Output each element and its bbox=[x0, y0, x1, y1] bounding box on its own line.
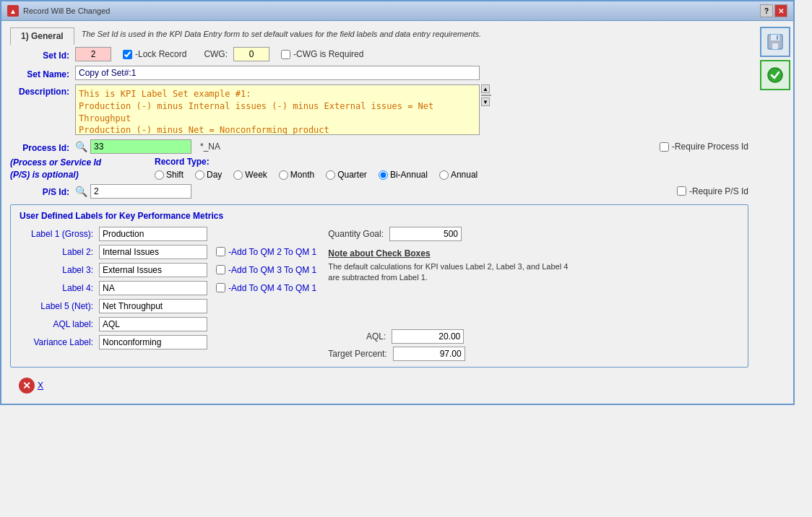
radio-biannual[interactable]: Bi-Annual bbox=[379, 170, 428, 180]
label4-name: Label 4: bbox=[20, 283, 99, 293]
note-title: Note about Check Boxes bbox=[328, 248, 574, 258]
scroll-down-icon[interactable]: ▼ bbox=[481, 97, 490, 106]
form-area: 1) General The Set Id is used in the KPI… bbox=[1, 21, 757, 404]
user-defined-title: User Defined Labels for Key Performance … bbox=[20, 211, 739, 221]
aql-value-input[interactable] bbox=[392, 329, 464, 344]
optional-note: (Process or Service Id(P/S) is optional) bbox=[10, 157, 101, 180]
label1-row: Label 1 (Gross): bbox=[20, 227, 316, 241]
ps-id-row: P/S Id: 🔍 -Require P/S Id bbox=[10, 184, 748, 199]
main-window: ▲ Record Will Be Changed ? ✕ 1) General … bbox=[0, 0, 795, 405]
save-button[interactable] bbox=[760, 27, 790, 57]
title-bar: ▲ Record Will Be Changed ? ✕ bbox=[1, 1, 793, 21]
svg-rect-1 bbox=[771, 35, 779, 40]
radio-group: Shift Day Week Month bbox=[155, 170, 748, 180]
aql-label-input[interactable] bbox=[99, 317, 207, 331]
target-percent-row: Target Percent: bbox=[328, 347, 739, 361]
variance-label-input[interactable] bbox=[99, 335, 207, 349]
description-label: Description: bbox=[10, 84, 75, 97]
optional-note-area: (Process or Service Id(P/S) is optional) bbox=[10, 157, 155, 181]
label3-input[interactable] bbox=[99, 263, 207, 277]
set-name-input[interactable] bbox=[75, 66, 480, 80]
process-id-search-icon[interactable]: 🔍 bbox=[75, 141, 87, 152]
na-label: *_NA bbox=[200, 142, 220, 152]
description-row: Description: This is KPI Label Set examp… bbox=[10, 84, 748, 135]
radio-quarter[interactable]: Quarter bbox=[326, 170, 367, 180]
target-percent-label: Target Percent: bbox=[328, 349, 386, 359]
title-buttons: ? ✕ bbox=[760, 4, 787, 17]
radio-annual[interactable]: Annual bbox=[439, 170, 478, 180]
process-id-row: Process Id: 🔍 *_NA -Require Process Id bbox=[10, 139, 748, 154]
floppy-disk-icon bbox=[766, 33, 784, 51]
labels-column: Label 1 (Gross): Label 2: -Add To QM 2 T… bbox=[20, 227, 316, 353]
set-name-label: Set Name: bbox=[10, 67, 75, 79]
description-textarea[interactable]: This is KPI Label Set example #1: Produc… bbox=[75, 84, 480, 135]
label4-checkbox[interactable] bbox=[216, 283, 225, 292]
label5-name: Label 5 (Net): bbox=[20, 301, 99, 311]
ok-check-icon bbox=[766, 66, 784, 84]
radio-month[interactable]: Month bbox=[279, 170, 314, 180]
label3-checkbox-area: -Add To QM 3 To QM 1 bbox=[216, 265, 316, 275]
radio-day[interactable]: Day bbox=[195, 170, 222, 180]
aql-label-row: AQL label: bbox=[20, 317, 316, 331]
aql-value-row: AQL: bbox=[328, 329, 739, 344]
label3-checkbox[interactable] bbox=[216, 265, 225, 274]
ps-id-search-icon[interactable]: 🔍 bbox=[75, 186, 87, 197]
note-box: Note about Check Boxes The default calcu… bbox=[328, 248, 574, 284]
process-optional-row: (Process or Service Id(P/S) is optional)… bbox=[10, 157, 748, 181]
label4-row: Label 4: -Add To QM 4 To QM 1 bbox=[20, 281, 316, 295]
title-bar-left: ▲ Record Will Be Changed bbox=[7, 5, 110, 17]
label4-checkbox-area: -Add To QM 4 To QM 1 bbox=[216, 283, 316, 293]
label5-input[interactable] bbox=[99, 299, 207, 313]
ok-button[interactable] bbox=[760, 60, 790, 90]
lock-record-checkbox-label: -Lock Record bbox=[123, 49, 186, 59]
cancel-icon: ✕ bbox=[19, 378, 35, 394]
cancel-button[interactable]: ✕ X bbox=[19, 378, 43, 394]
label2-checkbox-area: -Add To QM 2 To QM 1 bbox=[216, 247, 316, 257]
cancel-text[interactable]: X bbox=[38, 381, 43, 391]
lock-record-checkbox[interactable] bbox=[123, 50, 132, 59]
label3-name: Label 3: bbox=[20, 265, 99, 275]
aql-value-label: AQL: bbox=[328, 331, 386, 342]
sidebar-buttons bbox=[757, 21, 793, 404]
label1-area: Label 1 (Gross): Label 2: -Add To QM 2 T… bbox=[20, 227, 739, 362]
label2-checkbox[interactable] bbox=[216, 247, 225, 256]
quantity-goal-input[interactable] bbox=[389, 227, 462, 241]
svg-rect-3 bbox=[777, 35, 778, 40]
right-section: Quantity Goal: Note about Check Boxes Th… bbox=[328, 227, 739, 362]
cwg-required-checkbox[interactable] bbox=[281, 50, 290, 59]
tab-description: The Set Id is used in the KPI Data Entry… bbox=[76, 27, 748, 44]
variance-label-row: Variance Label: bbox=[20, 335, 316, 349]
cwg-input[interactable] bbox=[233, 47, 269, 61]
ps-id-input[interactable] bbox=[90, 184, 191, 199]
label2-row: Label 2: -Add To QM 2 To QM 1 bbox=[20, 245, 316, 259]
user-defined-section: User Defined Labels for Key Performance … bbox=[10, 204, 748, 368]
label4-input[interactable] bbox=[99, 281, 207, 295]
label5-row: Label 5 (Net): bbox=[20, 299, 316, 313]
set-id-label: Set Id: bbox=[10, 48, 75, 61]
aql-label-name: AQL label: bbox=[20, 319, 99, 329]
cwg-required-label: -CWG is Required bbox=[281, 49, 363, 59]
set-id-input[interactable] bbox=[75, 47, 111, 61]
label1-input[interactable] bbox=[99, 227, 207, 241]
tab-row: 1) General The Set Id is used in the KPI… bbox=[10, 27, 748, 44]
label2-name: Label 2: bbox=[20, 247, 99, 257]
label2-input[interactable] bbox=[99, 245, 207, 259]
require-ps-checkbox[interactable] bbox=[677, 186, 686, 196]
target-percent-input[interactable] bbox=[393, 347, 465, 361]
main-content: 1) General The Set Id is used in the KPI… bbox=[1, 21, 793, 404]
record-type-area: Record Type: Shift Day Wee bbox=[155, 157, 748, 180]
help-button[interactable]: ? bbox=[760, 4, 773, 17]
variance-label-name: Variance Label: bbox=[20, 337, 99, 347]
process-id-input[interactable] bbox=[90, 139, 191, 154]
svg-point-4 bbox=[768, 68, 782, 82]
scroll-up-icon[interactable]: ▲ bbox=[481, 84, 490, 93]
tab-general[interactable]: 1) General bbox=[10, 27, 74, 45]
require-process-id-checkbox[interactable] bbox=[660, 142, 669, 152]
label3-row: Label 3: -Add To QM 3 To QM 1 bbox=[20, 263, 316, 277]
quantity-goal-label: Quantity Goal: bbox=[328, 229, 384, 239]
radio-shift[interactable]: Shift bbox=[155, 170, 183, 180]
record-type-label: Record Type: bbox=[155, 157, 210, 167]
radio-week[interactable]: Week bbox=[233, 170, 267, 180]
close-button[interactable]: ✕ bbox=[774, 4, 787, 17]
set-name-row: Set Name: bbox=[10, 66, 748, 80]
